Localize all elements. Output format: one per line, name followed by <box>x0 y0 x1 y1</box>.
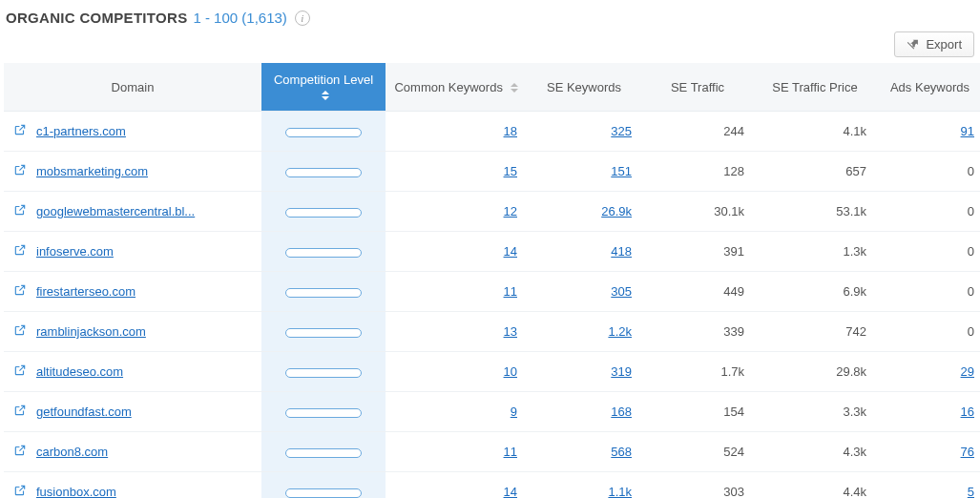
se-traffic-value: 244 <box>723 124 744 138</box>
se-keywords-link[interactable]: 319 <box>611 364 632 379</box>
open-domain-icon[interactable] <box>13 363 27 380</box>
col-common-keywords[interactable]: Common Keywords <box>386 63 527 112</box>
se-traffic-value: 128 <box>723 164 744 178</box>
open-domain-icon[interactable] <box>13 484 27 498</box>
se-traffic-price-value: 657 <box>845 164 866 178</box>
ads-keywords-link[interactable]: 76 <box>961 445 974 459</box>
common-keywords-link[interactable]: 18 <box>504 124 517 138</box>
open-domain-icon[interactable] <box>13 123 27 139</box>
domain-link[interactable]: googlewebmastercentral.bl... <box>36 204 195 218</box>
domain-link[interactable]: fusionbox.com <box>36 485 116 498</box>
ads-keywords-link: 0 <box>968 284 974 299</box>
table-row: firestarterseo.com 11 305 449 6.9k 0 <box>4 272 980 312</box>
domain-link[interactable]: infoserve.com <box>36 244 114 259</box>
se-traffic-price-value: 1.3k <box>843 244 866 259</box>
open-domain-icon[interactable] <box>13 444 27 460</box>
external-link-icon <box>13 363 27 377</box>
open-domain-icon[interactable] <box>13 163 27 179</box>
page-title: ORGANIC COMPETITORS <box>6 10 187 26</box>
export-label: Export <box>926 37 962 52</box>
ads-keywords-link: 0 <box>968 164 974 178</box>
external-link-icon <box>13 404 27 417</box>
domain-link[interactable]: carbon8.com <box>36 445 108 459</box>
se-keywords-link[interactable]: 418 <box>611 244 632 259</box>
col-competition-level[interactable]: Competition Level <box>261 63 386 112</box>
ads-keywords-link[interactable]: 5 <box>968 485 974 498</box>
competition-bar <box>285 168 362 177</box>
domain-link[interactable]: getfoundfast.com <box>36 405 132 419</box>
se-traffic-value: 449 <box>723 284 744 299</box>
common-keywords-link[interactable]: 9 <box>511 405 517 419</box>
se-keywords-link[interactable]: 168 <box>611 405 632 419</box>
table-row: altitudeseo.com 10 319 1.7k 29.8k 29 <box>4 352 980 392</box>
info-icon[interactable]: i <box>295 10 310 26</box>
se-keywords-link[interactable]: 26.9k <box>601 204 632 218</box>
col-se-keywords[interactable]: SE Keywords <box>527 63 641 112</box>
common-keywords-link[interactable]: 15 <box>504 164 517 178</box>
competition-bar <box>285 328 362 338</box>
open-domain-icon[interactable] <box>13 203 27 219</box>
domain-link[interactable]: c1-partners.com <box>36 124 126 138</box>
competitors-table: Domain Competition Level Common Keywords… <box>4 63 980 498</box>
external-link-icon <box>13 163 27 176</box>
col-se-traffic-price[interactable]: SE Traffic Price <box>754 63 876 112</box>
se-traffic-price-value: 3.3k <box>843 405 866 419</box>
common-keywords-link[interactable]: 14 <box>504 485 517 498</box>
col-level-label: Competition Level <box>274 73 373 87</box>
open-domain-icon[interactable] <box>13 283 27 300</box>
col-se-traffic[interactable]: SE Traffic <box>641 63 754 112</box>
common-keywords-link[interactable]: 14 <box>504 244 517 259</box>
open-domain-icon[interactable] <box>13 323 27 340</box>
table-row: fusionbox.com 14 1.1k 303 4.4k 5 <box>4 472 980 499</box>
common-keywords-link[interactable]: 10 <box>504 364 517 379</box>
se-traffic-value: 1.7k <box>720 364 744 379</box>
export-button[interactable]: Export <box>894 31 974 57</box>
ads-keywords-link[interactable]: 16 <box>961 405 974 419</box>
table-row: googlewebmastercentral.bl... 12 26.9k 30… <box>4 192 980 232</box>
competition-bar <box>285 368 362 378</box>
table-row: infoserve.com 14 418 391 1.3k 0 <box>4 232 980 272</box>
domain-link[interactable]: mobsmarketing.com <box>36 164 148 178</box>
se-keywords-link[interactable]: 305 <box>611 284 632 299</box>
common-keywords-link[interactable]: 13 <box>504 324 517 339</box>
external-link-icon <box>13 283 27 297</box>
se-keywords-link[interactable]: 1.1k <box>608 485 632 498</box>
common-keywords-link[interactable]: 12 <box>504 204 517 218</box>
table-row: c1-partners.com 18 325 244 4.1k 91 <box>4 112 980 152</box>
se-traffic-price-value: 53.1k <box>836 204 866 218</box>
sort-icon <box>511 83 518 93</box>
se-keywords-link[interactable]: 325 <box>611 124 632 138</box>
se-traffic-value: 30.1k <box>714 204 744 218</box>
se-traffic-price-value: 742 <box>845 324 866 339</box>
se-keywords-link[interactable]: 1.2k <box>608 324 632 339</box>
se-traffic-value: 524 <box>723 445 744 459</box>
se-traffic-value: 339 <box>723 324 744 339</box>
ads-keywords-link[interactable]: 91 <box>961 124 974 138</box>
domain-link[interactable]: firestarterseo.com <box>36 284 136 299</box>
table-row: ramblinjackson.com 13 1.2k 339 742 0 <box>4 312 980 352</box>
se-traffic-price-value: 4.3k <box>843 445 866 459</box>
competition-bar <box>285 408 362 418</box>
se-keywords-link[interactable]: 568 <box>611 445 632 459</box>
competition-bar <box>285 448 362 458</box>
se-traffic-price-value: 29.8k <box>836 364 866 379</box>
common-keywords-link[interactable]: 11 <box>504 445 517 459</box>
competition-bar <box>285 208 362 218</box>
se-keywords-link[interactable]: 151 <box>611 164 632 178</box>
ads-keywords-link[interactable]: 29 <box>961 364 974 379</box>
open-domain-icon[interactable] <box>13 243 27 259</box>
ads-keywords-link: 0 <box>968 204 974 218</box>
share-icon <box>907 38 920 52</box>
open-domain-icon[interactable] <box>13 404 27 420</box>
external-link-icon <box>13 444 27 457</box>
competition-bar <box>285 488 362 498</box>
table-row: carbon8.com 11 568 524 4.3k 76 <box>4 432 980 472</box>
col-ads-keywords[interactable]: Ads Keywords <box>876 63 980 112</box>
domain-link[interactable]: ramblinjackson.com <box>36 324 146 339</box>
col-domain[interactable]: Domain <box>4 63 261 112</box>
common-keywords-link[interactable]: 11 <box>504 284 517 299</box>
se-traffic-price-value: 4.1k <box>843 124 866 138</box>
se-traffic-price-value: 4.4k <box>843 485 866 498</box>
competition-bar <box>285 128 362 137</box>
domain-link[interactable]: altitudeseo.com <box>36 364 123 379</box>
